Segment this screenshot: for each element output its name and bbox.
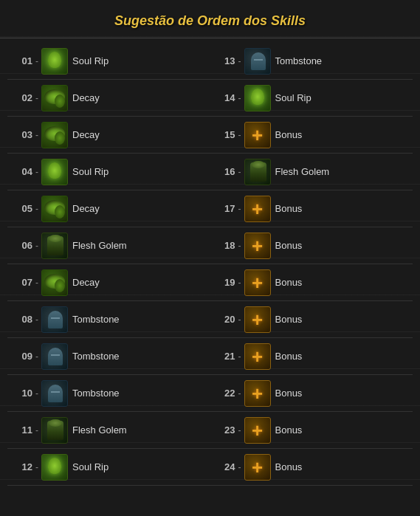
skill-number: 13 xyxy=(215,55,235,66)
title-bar: Sugestão de Ordem dos Skills xyxy=(0,0,420,38)
page-title: Sugestão de Ordem dos Skills xyxy=(7,13,413,29)
skill-item-08: 08-Tombstone xyxy=(7,301,210,338)
tombstone-icon xyxy=(41,343,68,370)
soul-rip-icon xyxy=(244,85,271,111)
skill-dash: - xyxy=(238,388,241,399)
skill-dash: - xyxy=(35,56,38,66)
skill-item-07: 07-Decay xyxy=(7,264,210,301)
skill-dash: - xyxy=(238,278,241,288)
skill-name: Bonus xyxy=(275,461,303,472)
skill-number: 23 xyxy=(215,424,235,436)
decay-icon xyxy=(41,85,68,111)
bonus-icon xyxy=(244,417,271,444)
skill-dash: - xyxy=(238,56,241,66)
skill-number: 01 xyxy=(12,55,32,66)
skill-number: 17 xyxy=(215,203,235,214)
skill-number: 12 xyxy=(12,461,32,472)
skill-dash: - xyxy=(238,425,241,436)
skill-dash: - xyxy=(238,204,241,214)
skill-number: 06 xyxy=(12,240,32,251)
skill-name: Decay xyxy=(72,203,100,214)
skill-item-24: 24-Bonus xyxy=(210,449,413,486)
skill-item-03: 03-Decay xyxy=(7,117,210,154)
flesh-golem-icon xyxy=(244,159,271,185)
skill-name: Bonus xyxy=(275,314,303,325)
skill-dash: - xyxy=(238,351,241,362)
skill-dash: - xyxy=(35,204,38,214)
skill-number: 10 xyxy=(12,388,32,399)
skill-item-06: 06-Flesh Golem xyxy=(7,227,210,264)
skill-number: 21 xyxy=(215,351,235,362)
tombstone-icon xyxy=(41,306,68,333)
skill-name: Decay xyxy=(72,277,100,288)
flesh-golem-icon xyxy=(41,233,68,259)
bonus-icon xyxy=(244,343,271,370)
skill-number: 22 xyxy=(215,388,235,399)
decay-icon xyxy=(41,122,68,148)
skill-item-15: 15-Bonus xyxy=(210,117,413,154)
skill-item-14: 14-Soul Rip xyxy=(210,80,413,117)
skill-name: Soul Rip xyxy=(275,92,311,103)
skill-dash: - xyxy=(35,388,38,399)
skill-name: Soul Rip xyxy=(72,461,109,472)
decay-icon xyxy=(41,196,68,222)
bonus-icon xyxy=(244,122,271,148)
skill-item-19: 19-Bonus xyxy=(210,264,413,301)
soul-rip-icon xyxy=(41,48,68,75)
skill-name: Bonus xyxy=(275,388,303,399)
skill-dash: - xyxy=(35,314,38,325)
skill-name: Flesh Golem xyxy=(275,166,330,177)
skill-item-23: 23-Bonus xyxy=(210,412,413,449)
skill-item-22: 22-Bonus xyxy=(210,375,413,412)
skill-dash: - xyxy=(238,130,241,140)
skill-number: 20 xyxy=(215,314,235,325)
skill-name: Soul Rip xyxy=(72,166,109,177)
skill-name: Tombstone xyxy=(72,388,120,399)
skill-dash: - xyxy=(35,93,38,103)
tombstone-icon xyxy=(244,48,271,75)
skill-dash: - xyxy=(35,425,38,436)
skill-name: Decay xyxy=(72,92,100,103)
skill-name: Bonus xyxy=(275,129,303,140)
skill-name: Soul Rip xyxy=(72,55,109,66)
skill-dash: - xyxy=(238,93,241,103)
skill-number: 04 xyxy=(12,166,32,177)
skill-name: Decay xyxy=(72,129,100,140)
bonus-icon xyxy=(244,233,271,259)
skill-dash: - xyxy=(35,130,38,140)
skill-number: 07 xyxy=(12,277,32,288)
skill-number: 18 xyxy=(215,240,235,251)
bonus-icon xyxy=(244,196,271,222)
skill-item-09: 09-Tombstone xyxy=(7,338,210,375)
skill-item-16: 16-Flesh Golem xyxy=(210,154,413,190)
skill-dash: - xyxy=(238,462,241,472)
skills-grid: 01-Soul Rip13-Tombstone02-Decay14-Soul R… xyxy=(0,38,420,490)
skill-item-05: 05-Decay xyxy=(7,190,210,227)
decay-icon xyxy=(41,269,68,296)
bonus-icon xyxy=(244,454,271,481)
skill-dash: - xyxy=(35,241,38,251)
bonus-icon xyxy=(244,269,271,296)
skill-dash: - xyxy=(35,351,38,362)
skill-name: Tombstone xyxy=(72,351,120,362)
skill-item-12: 12-Soul Rip xyxy=(7,449,210,486)
skill-dash: - xyxy=(35,278,38,288)
skill-item-17: 17-Bonus xyxy=(210,190,413,227)
skill-name: Bonus xyxy=(275,240,303,251)
bonus-icon xyxy=(244,380,271,407)
skill-name: Bonus xyxy=(275,203,303,214)
skill-number: 16 xyxy=(215,166,235,177)
skill-number: 15 xyxy=(215,129,235,140)
skill-number: 14 xyxy=(215,92,235,103)
skill-item-01: 01-Soul Rip xyxy=(7,43,210,80)
skill-item-18: 18-Bonus xyxy=(210,227,413,264)
skill-name: Flesh Golem xyxy=(72,240,127,251)
skill-dash: - xyxy=(35,167,38,177)
flesh-golem-icon xyxy=(41,417,68,444)
skill-number: 08 xyxy=(12,314,32,325)
skill-number: 19 xyxy=(215,277,235,288)
skill-item-13: 13-Tombstone xyxy=(210,43,413,80)
soul-rip-icon xyxy=(41,159,68,185)
skill-name: Flesh Golem xyxy=(72,424,127,436)
skill-name: Bonus xyxy=(275,424,303,436)
